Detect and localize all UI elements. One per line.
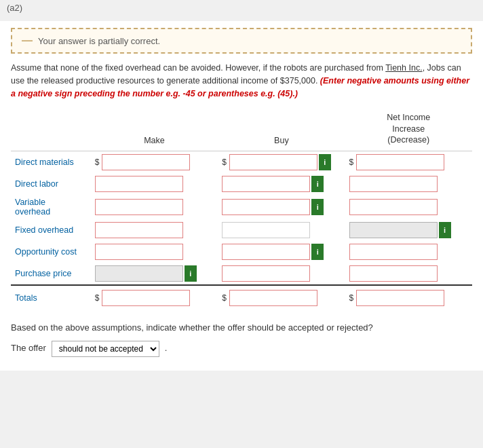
dollar-sign: $ [222, 157, 227, 167]
th-label [11, 109, 91, 151]
info-button[interactable]: i [311, 199, 324, 215]
table-row: Direct materials $ $ i $ [11, 151, 472, 174]
input-buy-fixed-overhead[interactable] [222, 222, 310, 238]
dollar-sign: $ [95, 157, 100, 167]
cell-buy-purchase-price [218, 263, 345, 285]
th-net: Net IncomeIncrease(Decrease) [345, 109, 472, 151]
cell-make-direct-labor [91, 173, 218, 195]
input-net-purchase-price[interactable] [349, 265, 438, 282]
main-table: Make Buy Net IncomeIncrease(Decrease) Di… [11, 109, 472, 309]
cell-make-variable-overhead [91, 195, 218, 219]
input-make-purchase-price[interactable] [95, 265, 183, 282]
input-buy-purchase-price[interactable] [222, 265, 310, 282]
row-label-direct-labor: Direct labor [11, 173, 91, 195]
row-label-direct-materials: Direct materials [11, 151, 91, 174]
cell-buy-fixed-overhead [218, 219, 345, 241]
dollar-sign: $ [95, 293, 100, 303]
cell-buy-totals: $ [218, 285, 345, 309]
cell-net-totals: $ [345, 285, 472, 309]
alert-box: — Your answer is partially correct. [11, 28, 472, 54]
input-buy-totals[interactable] [229, 290, 317, 306]
totals-label: Totals [11, 285, 91, 309]
info-button[interactable]: i [311, 176, 324, 192]
input-net-direct-materials[interactable] [356, 154, 444, 170]
row-label-opportunity-cost: Opportunity cost [11, 241, 91, 263]
alert-message: Your answer is partially correct. [38, 36, 160, 46]
dollar-sign: $ [222, 293, 227, 303]
cell-net-fixed-overhead: i [345, 219, 472, 241]
info-button[interactable]: i [439, 222, 451, 238]
cell-buy-direct-materials: $ i [218, 151, 345, 174]
cell-make-opportunity-cost [91, 241, 218, 263]
cell-buy-opportunity-cost: i [218, 241, 345, 263]
table-row: Direct labor i [11, 173, 472, 195]
dollar-sign: $ [349, 293, 354, 303]
input-net-variable-overhead[interactable] [349, 199, 438, 215]
cell-make-totals: $ [91, 285, 218, 309]
dollar-sign: $ [349, 157, 354, 167]
th-make: Make [91, 109, 218, 151]
input-net-opportunity-cost[interactable] [349, 244, 438, 260]
description: Assume that none of the fixed overhead c… [11, 62, 472, 100]
input-make-direct-materials[interactable] [102, 154, 190, 170]
info-button[interactable]: i [311, 244, 324, 260]
info-button[interactable]: i [319, 154, 331, 170]
period: . [165, 341, 168, 356]
totals-row: Totals $ $ $ [11, 285, 472, 309]
tab-label: (a2) [0, 0, 29, 16]
cell-make-purchase-price: i [91, 263, 218, 285]
info-button[interactable]: i [185, 265, 197, 282]
table-row: Opportunity cost i [11, 241, 472, 263]
input-buy-direct-materials[interactable] [229, 154, 317, 170]
alert-dash: — [22, 35, 33, 47]
question-text: Based on the above assumptions, indicate… [11, 321, 472, 335]
input-make-fixed-overhead[interactable] [95, 222, 183, 238]
cell-net-direct-materials: $ [345, 151, 472, 174]
cell-buy-variable-overhead: i [218, 195, 345, 219]
table-row: Variableoverhead i [11, 195, 472, 219]
table-row: Fixed overhead i [11, 219, 472, 241]
row-label-fixed-overhead: Fixed overhead [11, 219, 91, 241]
cell-net-variable-overhead [345, 195, 472, 219]
cell-net-opportunity-cost [345, 241, 472, 263]
input-net-direct-labor[interactable] [349, 176, 438, 192]
cell-make-fixed-overhead [91, 219, 218, 241]
input-net-totals[interactable] [356, 290, 444, 306]
cell-make-direct-materials: $ [91, 151, 218, 174]
row-label-variable-overhead: Variableoverhead [11, 195, 91, 219]
input-make-totals[interactable] [102, 290, 190, 306]
th-buy: Buy [218, 109, 345, 151]
question-section: Based on the above assumptions, indicate… [11, 321, 472, 357]
offer-label: The offer [11, 341, 46, 356]
input-net-fixed-overhead[interactable] [349, 222, 438, 238]
cell-net-purchase-price [345, 263, 472, 285]
input-make-variable-overhead[interactable] [95, 199, 183, 215]
offer-select[interactable]: should not be accepted should be accepte… [52, 341, 159, 357]
input-buy-direct-labor[interactable] [222, 176, 310, 192]
input-make-opportunity-cost[interactable] [95, 244, 183, 260]
table-row: Purchase price i [11, 263, 472, 285]
input-make-direct-labor[interactable] [95, 176, 183, 192]
input-buy-variable-overhead[interactable] [222, 199, 310, 215]
row-label-purchase-price: Purchase price [11, 263, 91, 285]
input-buy-opportunity-cost[interactable] [222, 244, 310, 260]
cell-net-direct-labor [345, 173, 472, 195]
cell-buy-direct-labor: i [218, 173, 345, 195]
